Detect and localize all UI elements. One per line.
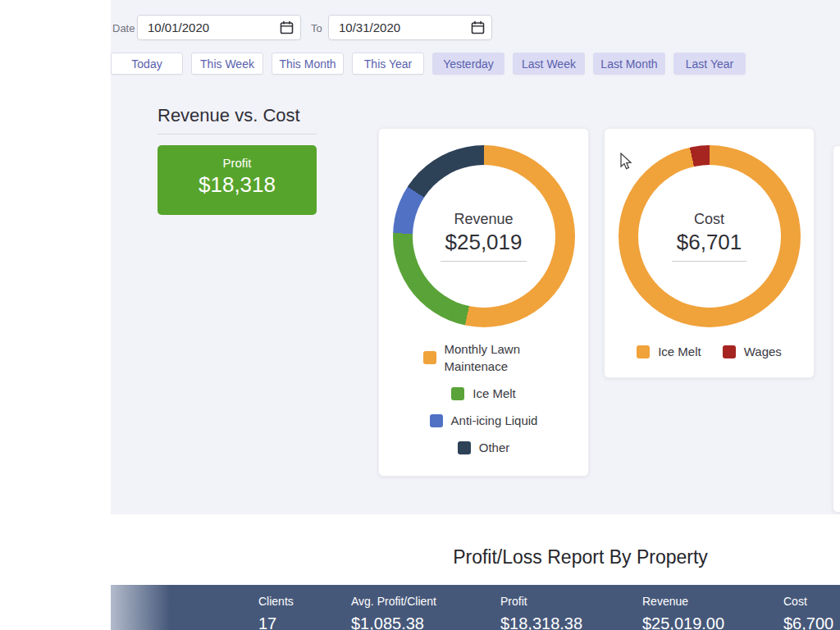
- legend-item: Wages: [723, 343, 782, 360]
- legend-item: Anti-icing Liquid: [430, 412, 538, 429]
- dashboard-page: Date To TodayThis WeekThis MonthThis Yea…: [111, 0, 840, 630]
- legend-swatch-icon: [423, 351, 436, 364]
- report-column-header: Avg. Profit/Client: [351, 595, 436, 608]
- quick-button-this-year[interactable]: This Year: [352, 52, 424, 75]
- legend-label: Monthly Lawn Maintenace: [445, 340, 545, 375]
- profit-kpi-value: $18,318: [158, 172, 317, 198]
- quick-button-last-week[interactable]: Last Week: [513, 52, 585, 75]
- cost-chart-card: Cost $6,701 Ice MeltWages: [604, 128, 815, 378]
- revenue-donut-title: Revenue: [454, 211, 513, 228]
- cost-donut-title: Cost: [694, 211, 724, 228]
- report-column-value: $18,318.38: [500, 614, 582, 630]
- quick-date-buttons: TodayThis WeekThis MonthThis YearYesterd…: [111, 52, 746, 75]
- start-date-input[interactable]: [137, 15, 301, 40]
- quick-button-last-month[interactable]: Last Month: [593, 52, 665, 75]
- section-title-revenue-vs-cost: Revenue vs. Cost: [158, 105, 317, 135]
- report-table-header: Clients17Avg. Profit/Client$1,085.38Prof…: [111, 585, 840, 630]
- revenue-chart-card: Revenue $25,019 Monthly Lawn MaintenaceI…: [378, 128, 589, 477]
- report-column-header: Revenue: [642, 595, 724, 608]
- legend-item: Other: [458, 439, 510, 456]
- report-column-value: 17: [258, 614, 294, 630]
- quick-button-last-year[interactable]: Last Year: [673, 52, 746, 75]
- report-column-header: Profit: [500, 595, 582, 608]
- legend-item: Monthly Lawn Maintenace: [423, 340, 545, 375]
- end-date-input[interactable]: [328, 15, 492, 40]
- report-column-clients: Clients17: [258, 595, 294, 630]
- profit-kpi-label: Profit: [158, 156, 317, 170]
- profit-kpi-card: Profit $18,318: [158, 145, 317, 215]
- legend-swatch-icon: [637, 345, 650, 358]
- cost-donut-center: Cost $6,701: [638, 165, 781, 308]
- report-column-value: $6,700: [783, 614, 833, 630]
- report-column-value: $1,085.38: [351, 614, 436, 630]
- legend-swatch-icon: [723, 345, 736, 358]
- report-column-value: $25,019.00: [642, 614, 724, 630]
- legend-label: Other: [479, 439, 510, 456]
- profit-loss-report-section: Profit/Loss Report By Property Clients17…: [111, 514, 840, 630]
- legend-label: Wages: [744, 343, 782, 360]
- legend-label: Ice Melt: [472, 385, 516, 402]
- cost-donut-total: $6,701: [672, 230, 747, 262]
- legend-swatch-icon: [430, 414, 443, 427]
- calendar-icon[interactable]: [471, 21, 485, 34]
- quick-button-this-week[interactable]: This Week: [191, 52, 263, 75]
- report-column-avg-profit-client: Avg. Profit/Client$1,085.38: [351, 595, 436, 630]
- legend-item: Ice Melt: [451, 385, 516, 402]
- report-column-cost: Cost$6,700: [783, 595, 833, 630]
- cost-donut-chart[interactable]: Cost $6,701: [619, 145, 801, 327]
- quick-button-this-month[interactable]: This Month: [272, 52, 344, 75]
- report-column-header: Cost: [783, 595, 833, 608]
- revenue-donut-total: $25,019: [441, 230, 527, 262]
- partially-visible-card: [833, 145, 840, 513]
- report-column-profit: Profit$18,318.38: [500, 595, 582, 630]
- legend-swatch-icon: [451, 387, 464, 400]
- legend-swatch-icon: [458, 441, 471, 454]
- cost-chart-legend: Ice MeltWages: [605, 343, 814, 360]
- quick-button-today[interactable]: Today: [111, 52, 183, 75]
- quick-button-yesterday[interactable]: Yesterday: [432, 52, 504, 75]
- revenue-chart-legend: Monthly Lawn MaintenaceIce MeltAnti-icin…: [379, 340, 588, 456]
- legend-item: Ice Melt: [637, 343, 701, 360]
- report-column-header: Clients: [258, 595, 294, 608]
- legend-label: Anti-icing Liquid: [451, 412, 538, 429]
- calendar-icon[interactable]: [280, 21, 294, 34]
- revenue-donut-chart[interactable]: Revenue $25,019: [393, 145, 575, 327]
- to-label: To: [311, 22, 322, 34]
- report-column-revenue: Revenue$25,019.00: [642, 595, 724, 630]
- revenue-donut-center: Revenue $25,019: [413, 165, 555, 308]
- date-label: Date: [112, 22, 135, 34]
- report-title: Profit/Loss Report By Property: [111, 546, 840, 568]
- legend-label: Ice Melt: [658, 343, 701, 360]
